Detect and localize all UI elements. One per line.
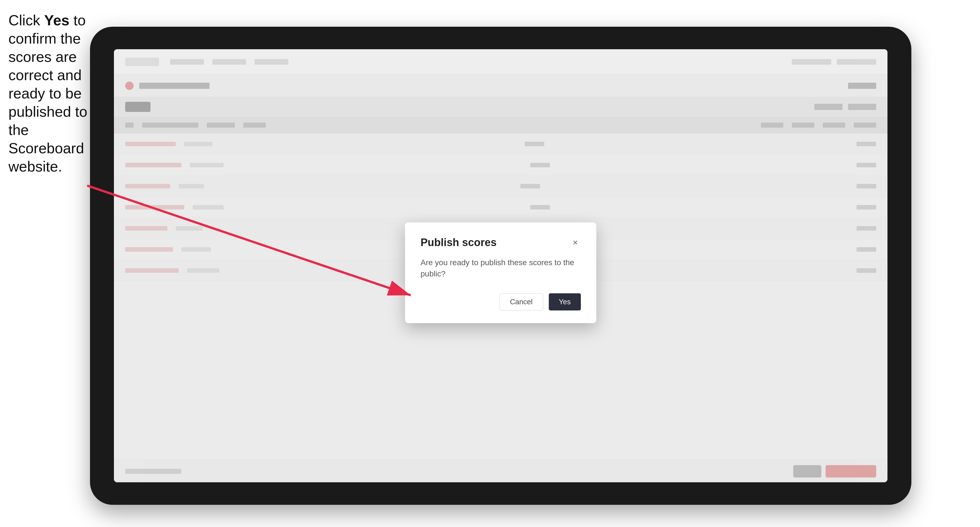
tablet-screen: Publish scores × Are you ready to publis… [114, 49, 888, 482]
cancel-button[interactable]: Cancel [500, 293, 543, 311]
tablet-device: Publish scores × Are you ready to publis… [90, 27, 912, 505]
dialog-actions: Cancel Yes [420, 293, 581, 311]
yes-button[interactable]: Yes [549, 293, 581, 311]
dialog-message: Are you ready to publish these scores to… [420, 257, 581, 279]
dialog-header: Publish scores × [420, 237, 581, 249]
publish-scores-dialog: Publish scores × Are you ready to publis… [405, 222, 596, 323]
dialog-title: Publish scores [420, 237, 496, 249]
modal-overlay: Publish scores × Are you ready to publis… [114, 49, 888, 482]
instruction-text: Click Yes to confirm the scores are corr… [8, 11, 90, 176]
dialog-close-button[interactable]: × [570, 237, 581, 248]
